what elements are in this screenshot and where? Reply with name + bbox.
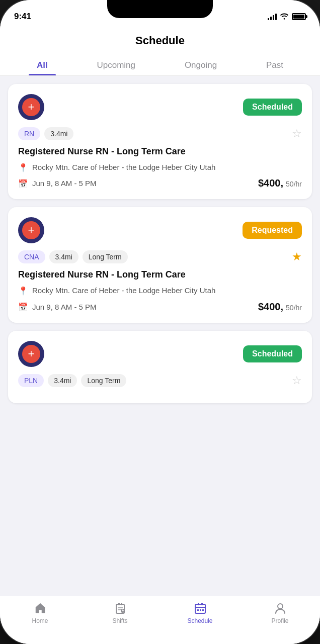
tag-role-3: PLN bbox=[18, 374, 44, 387]
svg-rect-8 bbox=[195, 604, 205, 613]
tag-role-2: CNA bbox=[18, 250, 45, 263]
tag-type-2: Long Term bbox=[83, 250, 128, 263]
page-title: Schedule bbox=[12, 34, 308, 47]
schedule-icon bbox=[193, 601, 207, 615]
page-header: Schedule All Upcoming Ongoing Past bbox=[0, 26, 320, 76]
tab-all[interactable]: All bbox=[29, 55, 56, 75]
battery-icon bbox=[292, 13, 306, 20]
card-price-1: $400, 50/hr bbox=[258, 177, 302, 189]
nav-home-label: Home bbox=[32, 617, 48, 624]
svg-rect-14 bbox=[202, 609, 204, 611]
signal-icon bbox=[268, 13, 277, 20]
price-rate-2: 50/hr bbox=[286, 304, 302, 312]
card-date-2: 📅 Jun 9, 8 AM - 5 PM bbox=[18, 302, 97, 312]
phone-frame: 9:41 bbox=[0, 0, 320, 644]
job-card-3[interactable]: + Scheduled PLN 3.4mi Long Term ☆ bbox=[8, 331, 312, 403]
nav-shifts[interactable]: Shifts bbox=[80, 601, 160, 624]
company-plus-icon-2: + bbox=[22, 221, 40, 239]
card-location-1: 📍 Rocky Mtn. Care of Heber - the Lodge H… bbox=[18, 162, 302, 173]
card-title-2: Registered Nurse RN - Long Term Care bbox=[18, 269, 302, 280]
nav-shifts-label: Shifts bbox=[112, 617, 127, 624]
status-time: 9:41 bbox=[14, 12, 31, 22]
price-amount-2: $400, bbox=[258, 301, 283, 312]
calendar-icon-2: 📅 bbox=[18, 302, 28, 312]
card-3-header: + Scheduled bbox=[18, 341, 302, 367]
nav-schedule[interactable]: Schedule bbox=[160, 601, 240, 624]
card-list: + Scheduled RN 3.4mi ☆ Registered Nurse … bbox=[0, 76, 320, 644]
card-footer-1: 📅 Jun 9, 8 AM - 5 PM $400, 50/hr bbox=[18, 177, 302, 189]
notch bbox=[107, 0, 213, 18]
shifts-icon bbox=[113, 601, 127, 615]
tab-ongoing[interactable]: Ongoing bbox=[177, 55, 225, 75]
tag-type-3: Long Term bbox=[81, 374, 126, 387]
tag-role-1: RN bbox=[18, 127, 40, 140]
svg-rect-12 bbox=[197, 609, 199, 611]
card-2-header: + Requested bbox=[18, 217, 302, 243]
svg-rect-13 bbox=[200, 609, 201, 611]
card-price-2: $400, 50/hr bbox=[258, 301, 302, 313]
card-footer-2: 📅 Jun 9, 8 AM - 5 PM $400, 50/hr bbox=[18, 301, 302, 313]
bottom-nav: Home Shifts bbox=[0, 596, 320, 644]
card-1-header: + Scheduled bbox=[18, 94, 302, 120]
company-plus-icon-3: + bbox=[22, 345, 40, 363]
nav-profile-label: Profile bbox=[271, 617, 288, 624]
phone-screen: 9:41 bbox=[0, 0, 320, 644]
job-card-2[interactable]: + Requested CNA 3.4mi Long Term ★ Regist… bbox=[8, 207, 312, 322]
location-icon-1: 📍 bbox=[18, 162, 28, 173]
home-icon bbox=[33, 601, 47, 615]
tab-upcoming[interactable]: Upcoming bbox=[89, 55, 144, 75]
svg-rect-10 bbox=[198, 603, 199, 605]
company-logo-2: + bbox=[18, 217, 44, 243]
card-3-tags: PLN 3.4mi Long Term ☆ bbox=[18, 374, 302, 387]
tabs-container: All Upcoming Ongoing Past bbox=[12, 55, 308, 75]
card-location-2: 📍 Rocky Mtn. Care of Heber - the Lodge H… bbox=[18, 285, 302, 297]
calendar-icon-1: 📅 bbox=[18, 179, 28, 189]
card-2-tags: CNA 3.4mi Long Term ★ bbox=[18, 250, 302, 263]
location-icon-2: 📍 bbox=[18, 286, 28, 297]
date-text-1: Jun 9, 8 AM - 5 PM bbox=[32, 179, 97, 188]
company-plus-icon-1: + bbox=[22, 98, 40, 116]
card-title-1: Registered Nurse RN - Long Term Care bbox=[18, 146, 302, 157]
favorite-star-1[interactable]: ☆ bbox=[292, 127, 302, 140]
job-card-1[interactable]: + Scheduled RN 3.4mi ☆ Registered Nurse … bbox=[8, 84, 312, 199]
status-badge-3: Scheduled bbox=[243, 345, 302, 362]
location-text-1: Rocky Mtn. Care of Heber - the Lodge Heb… bbox=[32, 162, 215, 172]
tag-distance-1: 3.4mi bbox=[44, 127, 73, 140]
nav-profile[interactable]: Profile bbox=[240, 601, 320, 624]
svg-point-15 bbox=[278, 604, 283, 609]
profile-icon bbox=[273, 601, 287, 615]
tag-distance-3: 3.4mi bbox=[48, 374, 77, 387]
company-logo-3: + bbox=[18, 341, 44, 367]
company-logo-1: + bbox=[18, 94, 44, 120]
nav-home[interactable]: Home bbox=[0, 601, 80, 624]
tab-past[interactable]: Past bbox=[258, 55, 291, 75]
status-badge-2: Requested bbox=[243, 222, 302, 239]
date-text-2: Jun 9, 8 AM - 5 PM bbox=[32, 303, 97, 311]
price-rate-1: 50/hr bbox=[286, 180, 302, 188]
card-1-tags: RN 3.4mi ☆ bbox=[18, 127, 302, 140]
wifi-icon bbox=[280, 13, 289, 21]
location-text-2: Rocky Mtn. Care of Heber - the Lodge Heb… bbox=[32, 285, 215, 296]
card-date-1: 📅 Jun 9, 8 AM - 5 PM bbox=[18, 178, 97, 189]
nav-schedule-label: Schedule bbox=[187, 617, 212, 624]
price-amount-1: $400, bbox=[258, 177, 283, 189]
svg-rect-11 bbox=[201, 603, 203, 605]
svg-rect-2 bbox=[121, 603, 122, 605]
svg-rect-1 bbox=[118, 603, 120, 605]
status-badge-1: Scheduled bbox=[243, 99, 302, 116]
screen-content: Schedule All Upcoming Ongoing Past + S bbox=[0, 26, 320, 644]
tag-distance-2: 3.4mi bbox=[49, 250, 78, 263]
favorite-star-2[interactable]: ★ bbox=[292, 250, 302, 263]
status-icons bbox=[268, 13, 306, 21]
favorite-star-3[interactable]: ☆ bbox=[292, 374, 302, 387]
